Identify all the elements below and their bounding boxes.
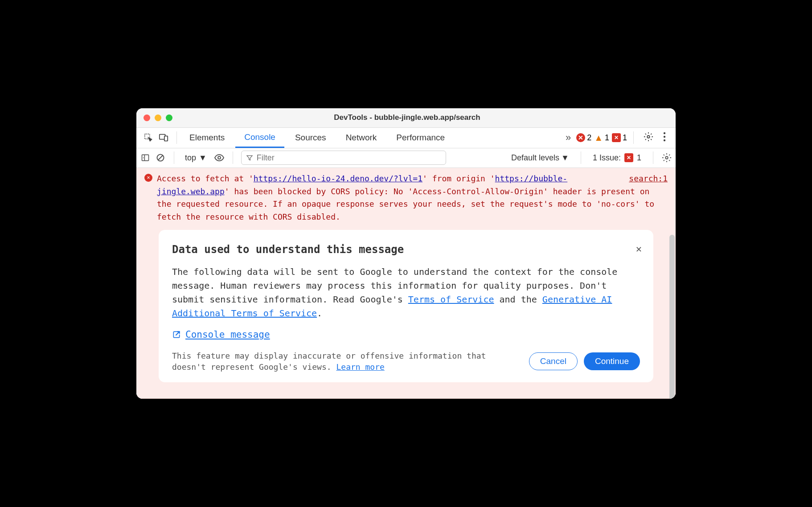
scrollbar[interactable] — [669, 235, 675, 399]
filter-field[interactable] — [241, 151, 446, 165]
divider — [174, 151, 174, 164]
live-expression-icon[interactable] — [214, 152, 225, 163]
main-toolbar: Elements Console Sources Network Perform… — [136, 128, 676, 148]
svg-point-12 — [665, 157, 668, 159]
console-message-link[interactable]: Console message — [185, 327, 270, 342]
svg-rect-7 — [142, 155, 149, 161]
console-settings-icon[interactable] — [661, 152, 672, 163]
divider — [176, 131, 177, 144]
tab-console[interactable]: Console — [235, 128, 284, 148]
tab-elements[interactable]: Elements — [180, 128, 234, 148]
error-text-segment: Access to fetch at ' — [157, 174, 254, 183]
log-levels-dropdown[interactable]: Default levels ▼ — [508, 153, 573, 163]
filter-input[interactable] — [257, 153, 441, 163]
close-dialog-button[interactable]: ✕ — [636, 241, 642, 257]
issue-icon: ✕ — [624, 153, 633, 162]
issue-icon: ✕ — [612, 133, 621, 142]
console-message-link-row: Console message — [172, 327, 640, 342]
issue-badge[interactable]: ✕ 1 — [612, 133, 627, 143]
console-subbar: top ▼ Default levels ▼ 1 Issue: ✕ 1 — [136, 148, 676, 168]
more-tabs-icon[interactable]: » — [563, 132, 574, 143]
issues-label: 1 Issue: — [593, 153, 621, 163]
context-dropdown[interactable]: top ▼ — [182, 153, 209, 163]
svg-point-5 — [664, 136, 665, 138]
svg-point-3 — [647, 136, 650, 139]
levels-label: Default levels — [511, 153, 559, 163]
error-count: 2 — [587, 133, 591, 143]
error-text-segment: ' from origin ' — [422, 174, 495, 183]
error-badge[interactable]: ✕ 2 — [576, 133, 591, 143]
warning-count: 1 — [605, 133, 609, 143]
divider — [233, 151, 233, 164]
dialog-body: The following data will be sent to Googl… — [172, 265, 640, 320]
error-text-segment: ' has been blocked by CORS policy: No 'A… — [157, 187, 654, 222]
continue-button[interactable]: Continue — [584, 352, 640, 370]
context-label: top — [185, 153, 196, 163]
window-title: DevTools - bubble-jingle.web.app/search — [146, 113, 668, 122]
tos-link[interactable]: Terms of Service — [408, 294, 494, 305]
clear-console-icon[interactable] — [155, 152, 166, 163]
ai-consent-dialog: ✕ Data used to understand this message T… — [159, 230, 653, 382]
disclaimer-text: This feature may display inaccurate or o… — [172, 350, 523, 372]
devtools-window: DevTools - bubble-jingle.web.app/search … — [136, 108, 676, 399]
inspect-icon[interactable] — [144, 133, 153, 143]
sidebar-toggle-icon[interactable] — [140, 152, 151, 163]
svg-point-11 — [218, 156, 221, 159]
divider — [653, 151, 653, 164]
warning-badge[interactable]: ▲ 1 — [594, 133, 609, 143]
cancel-button[interactable]: Cancel — [529, 352, 578, 370]
dialog-title: Data used to understand this message — [172, 241, 640, 258]
external-link-icon — [172, 330, 181, 339]
error-message: ✕ search:1 Access to fetch at 'https://h… — [136, 168, 676, 399]
settings-button[interactable] — [640, 132, 657, 143]
chevron-down-icon: ▼ — [199, 153, 207, 163]
warning-icon: ▲ — [594, 133, 603, 143]
svg-point-4 — [664, 132, 665, 134]
svg-line-10 — [158, 155, 163, 160]
svg-rect-2 — [164, 136, 168, 141]
titlebar: DevTools - bubble-jingle.web.app/search — [136, 108, 676, 128]
error-icon: ✕ — [576, 133, 585, 142]
console-output: ✕ search:1 Access to fetch at 'https://h… — [136, 168, 676, 399]
chevron-down-icon: ▼ — [561, 153, 569, 163]
issues-counter[interactable]: 1 Issue: ✕ 1 — [589, 153, 645, 163]
divider — [633, 131, 634, 144]
divider — [581, 151, 581, 164]
dialog-text-segment: and the — [494, 294, 542, 305]
error-icon: ✕ — [144, 174, 152, 182]
tab-sources[interactable]: Sources — [286, 128, 335, 148]
device-toggle-icon[interactable] — [159, 133, 168, 143]
learn-more-link[interactable]: Learn more — [336, 362, 384, 372]
disclaimer-segment: This feature may display inaccurate or o… — [172, 351, 486, 372]
filter-icon — [246, 154, 253, 161]
error-text: search:1 Access to fetch at 'https://hel… — [157, 172, 668, 224]
svg-point-6 — [664, 139, 665, 141]
error-source-link[interactable]: search:1 — [629, 172, 668, 185]
kebab-menu-button[interactable] — [660, 132, 669, 143]
toolbar-issue-count: 1 — [623, 133, 627, 143]
panel-tabs: Elements Console Sources Network Perform… — [180, 128, 454, 148]
dialog-text-segment: . — [317, 308, 322, 319]
issues-count: 1 — [637, 153, 641, 163]
error-url-1[interactable]: https://hello-io-24.deno.dev/?lvl=1 — [254, 174, 422, 183]
tab-network[interactable]: Network — [337, 128, 386, 148]
tab-performance[interactable]: Performance — [387, 128, 454, 148]
